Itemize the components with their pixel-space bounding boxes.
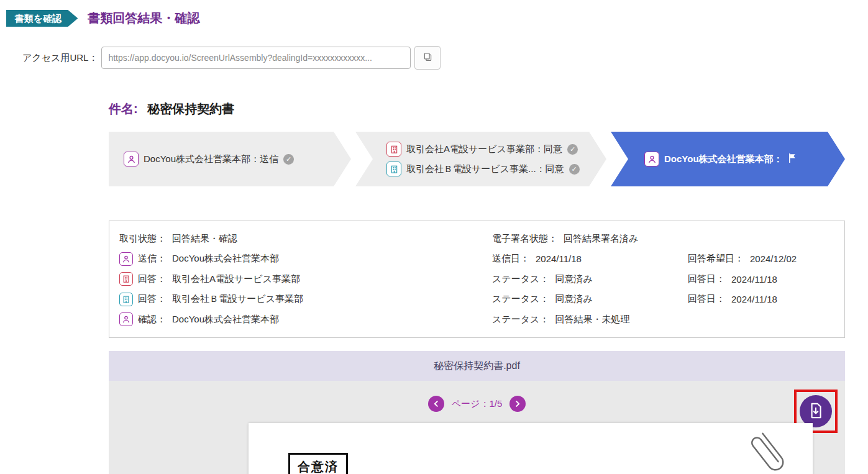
sent-date: 送信日： 2024/11/18: [492, 249, 688, 270]
field-label: 電子署名状態：: [492, 233, 557, 245]
copy-url-button[interactable]: [414, 46, 441, 70]
field-value: 回答結果・未処理: [555, 314, 629, 326]
check-document-badge: 書類を確認: [6, 10, 78, 27]
responder-a-row: 回答： 取引会社A電設サービス事業部: [119, 269, 492, 289]
field-value: 2024/11/18: [731, 274, 777, 285]
subject-label: 件名:: [109, 102, 138, 116]
step-line: DocYou株式会社営業本部：: [644, 149, 845, 169]
step-sender: DocYou株式会社営業本部：送信 ✓: [109, 132, 351, 186]
step-label: DocYou株式会社営業本部：送信: [144, 153, 278, 165]
step-confirm-active: DocYou株式会社営業本部：: [611, 132, 845, 186]
page: 書類を確認 書類回答結果・確認 アクセス用URL： 件名: 秘密保持契約書: [0, 0, 868, 474]
check-circle-icon: ✓: [283, 154, 294, 165]
workflow-steps: DocYou株式会社営業本部：送信 ✓ 取引会社A電設サービス事業部：: [109, 132, 845, 186]
empty-cell: [688, 229, 834, 249]
agreed-stamp: 合意済: [288, 453, 348, 474]
field-value: 回答結果・確認: [172, 233, 237, 245]
deal-status: 取引状態： 回答結果・確認: [119, 229, 492, 249]
field-label: ステータス：: [492, 293, 549, 305]
person-icon: [644, 152, 659, 166]
building-icon-teal: [386, 162, 401, 176]
clipboard-icon: [423, 52, 433, 64]
status-confirm: ステータス： 回答結果・未処理: [492, 309, 688, 330]
header: 書類を確認 書類回答結果・確認: [6, 10, 199, 27]
step-label: 取引会社A電設サービス事業部：同意: [406, 144, 562, 155]
page-title: 書類回答結果・確認: [88, 10, 199, 27]
next-page-button[interactable]: [509, 396, 526, 412]
field-label: 回答日：: [688, 273, 725, 285]
step-label: DocYou株式会社営業本部：: [664, 153, 783, 165]
field-value: 2024/11/18: [731, 294, 777, 304]
check-circle-icon: ✓: [567, 144, 578, 155]
field-label: 回答日：: [688, 293, 725, 305]
field-label: 回答：: [138, 273, 166, 285]
person-icon: [124, 152, 139, 166]
status-a: ステータス： 同意済み: [492, 269, 688, 289]
reply-date-b: 回答日： 2024/11/18: [688, 289, 834, 310]
reply-due-date: 回答希望日： 2024/12/02: [688, 249, 834, 270]
responder-b-row: 回答： 取引会社Ｂ電設サービス事業部: [119, 289, 492, 310]
page-navigation: ページ：1/5: [109, 396, 845, 412]
flag-icon: [788, 153, 797, 165]
step-label: 取引会社Ｂ電設サービス事業...：同意: [406, 163, 564, 175]
download-file-icon: [807, 402, 825, 421]
reply-date-a: 回答日： 2024/11/18: [688, 269, 834, 289]
check-circle-icon: ✓: [569, 164, 580, 175]
esign-status: 電子署名状態： 回答結果署名済み: [492, 229, 688, 249]
field-value: DocYou株式会社営業本部: [172, 314, 279, 326]
field-label: 確認：: [138, 314, 166, 326]
building-icon-teal: [119, 293, 133, 306]
field-label: 送信：: [138, 253, 166, 265]
field-label: 取引状態：: [119, 233, 166, 245]
subject-value: 秘密保持契約書: [147, 102, 234, 116]
field-value: 回答結果署名済み: [564, 233, 638, 245]
step-line: 取引会社A電設サービス事業部：同意 ✓: [386, 139, 606, 159]
field-label: ステータス：: [492, 314, 549, 326]
pdf-viewer: 秘密保持契約書.pdf ページ：1/5: [109, 351, 845, 474]
empty-cell: [688, 309, 834, 330]
pdf-viewer-body: ページ：1/5 合意済: [109, 381, 845, 474]
field-label: 送信日：: [492, 253, 529, 265]
deal-info-panel: 取引状態： 回答結果・確認 電子署名状態： 回答結果署名済み 送信： DocYo…: [109, 221, 845, 338]
field-value: 2024/11/18: [536, 253, 582, 264]
field-value: 取引会社A電設サービス事業部: [172, 273, 300, 285]
pdf-filename: 秘密保持契約書.pdf: [109, 351, 845, 381]
step-responders: 取引会社A電設サービス事業部：同意 ✓ 取引会社Ｂ電設サービス事業...：同意: [355, 132, 606, 186]
field-value: 取引会社Ｂ電設サービス事業部: [172, 293, 303, 305]
confirmer-row: 確認： DocYou株式会社営業本部: [119, 309, 492, 330]
field-label: 回答希望日：: [688, 253, 744, 265]
field-value: 同意済み: [555, 293, 592, 305]
person-icon: [119, 252, 133, 266]
paperclip-graphic: [739, 419, 806, 474]
field-value: DocYou株式会社営業本部: [172, 253, 279, 265]
building-icon-red: [119, 272, 133, 286]
step-line: 取引会社Ｂ電設サービス事業...：同意 ✓: [386, 159, 606, 179]
status-b: ステータス： 同意済み: [492, 289, 688, 310]
person-icon: [119, 312, 133, 326]
access-url-row: アクセス用URL：: [22, 46, 441, 70]
building-icon-red: [386, 142, 401, 157]
prev-page-button[interactable]: [428, 396, 444, 412]
document-page-preview: 合意済: [249, 423, 813, 474]
field-value: 2024/12/02: [750, 253, 797, 264]
sender-row: 送信： DocYou株式会社営業本部: [119, 249, 492, 270]
step-line: DocYou株式会社営業本部：送信 ✓: [124, 149, 351, 169]
field-value: 同意済み: [555, 273, 592, 285]
access-url-label: アクセス用URL：: [22, 52, 98, 64]
subject-row: 件名: 秘密保持契約書: [109, 101, 234, 117]
access-url-input[interactable]: [101, 47, 411, 69]
field-label: ステータス：: [492, 273, 549, 285]
page-indicator: ページ：1/5: [452, 398, 503, 410]
field-label: 回答：: [138, 293, 166, 305]
